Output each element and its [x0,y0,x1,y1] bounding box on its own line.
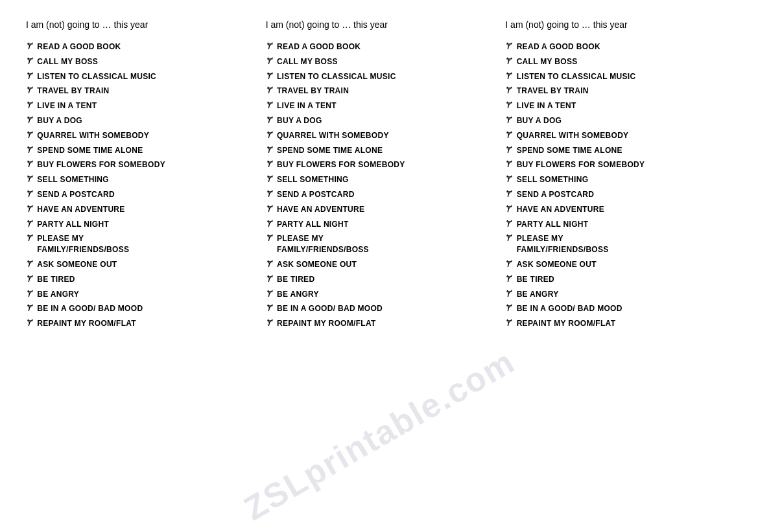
list-item: ɎPLEASE MYFAMILY/FRIENDS/BOSS [505,233,732,255]
bullet-icon: Ɏ [26,203,32,214]
list-item: ɎCALL MY BOSS [505,56,732,67]
list-item-text: BUY A DOG [37,115,82,126]
list-item-text: SEND A POSTCARD [37,189,115,200]
list-item: ɎBUY A DOG [26,115,253,126]
list-item: ɎHAVE AN ADVENTURE [26,204,253,215]
list-item: ɎQUARREL WITH SOMEBODY [505,130,732,141]
list-item-text: HAVE AN ADVENTURE [277,204,364,215]
list-item-text: READ A GOOD BOOK [277,41,361,52]
list-item-text: SELL SOMETHING [517,174,589,185]
bullet-icon: Ɏ [26,115,32,125]
list-item: ɎLISTEN TO CLASSICAL MUSIC [505,71,732,82]
bullet-icon: Ɏ [266,273,272,284]
list-item-text: TRAVEL BY TRAIN [277,86,349,97]
list-item-text: BUY FLOWERS FOR SOMEBODY [37,159,165,170]
list-item: ɎSEND A POSTCARD [266,189,493,200]
list-item-text: CALL MY BOSS [277,56,338,67]
bullet-icon: Ɏ [505,159,511,169]
bullet-icon: Ɏ [505,218,511,229]
list-item: ɎBUY A DOG [266,115,493,126]
list-item-text: READ A GOOD BOOK [37,41,121,52]
list-item-text: HAVE AN ADVENTURE [37,204,124,215]
column-1-title: I am (not) going to … this year [26,19,253,30]
list-item-text: BUY FLOWERS FOR SOMEBODY [517,159,645,170]
bullet-icon: Ɏ [266,56,272,66]
list-item-text: CALL MY BOSS [37,56,98,67]
bullet-icon: Ɏ [505,318,511,328]
page: I am (not) going to … this yearɎREAD A G… [0,0,758,532]
list-item: ɎBE ANGRY [266,289,493,300]
list-item-text: REPAINT MY ROOM/FLAT [37,318,136,329]
column-1: I am (not) going to … this yearɎREAD A G… [19,19,259,333]
list-item-text: BUY A DOG [277,115,322,126]
bullet-icon: Ɏ [505,203,511,214]
bullet-icon: Ɏ [266,71,272,81]
list-item: ɎBUY FLOWERS FOR SOMEBODY [505,159,732,170]
list-item: ɎQUARREL WITH SOMEBODY [266,130,493,141]
column-2-list: ɎREAD A GOOD BOOKɎCALL MY BOSSɎLISTEN TO… [266,41,493,329]
list-item-text: ASK SOMEONE OUT [37,259,117,270]
bullet-icon: Ɏ [266,189,272,199]
list-item-text: QUARREL WITH SOMEBODY [37,130,149,141]
list-item-text: SEND A POSTCARD [517,189,595,200]
list-item-text: SEND A POSTCARD [277,189,355,200]
list-item: ɎTRAVEL BY TRAIN [26,86,253,97]
list-item-text: TRAVEL BY TRAIN [517,86,589,97]
bullet-icon: Ɏ [505,259,511,269]
bullet-icon: Ɏ [505,303,511,313]
list-item: ɎQUARREL WITH SOMEBODY [26,130,253,141]
bullet-icon: Ɏ [26,259,32,269]
list-item-text: SELL SOMETHING [277,174,349,185]
list-item-text: PARTY ALL NIGHT [517,219,589,230]
list-item-text: PLEASE MYFAMILY/FRIENDS/BOSS [277,233,369,255]
bullet-icon: Ɏ [26,174,32,184]
column-3-list: ɎREAD A GOOD BOOKɎCALL MY BOSSɎLISTEN TO… [505,41,732,329]
list-item: ɎSPEND SOME TIME ALONE [266,145,493,156]
list-item: ɎBUY A DOG [505,115,732,126]
list-item: ɎSEND A POSTCARD [26,189,253,200]
bullet-icon: Ɏ [505,71,511,81]
list-item-text: HAVE AN ADVENTURE [517,204,604,215]
list-item: ɎPLEASE MYFAMILY/FRIENDS/BOSS [26,233,253,255]
list-item: ɎPARTY ALL NIGHT [505,219,732,230]
column-3: I am (not) going to … this yearɎREAD A G… [499,19,739,333]
bullet-icon: Ɏ [505,56,511,66]
bullet-icon: Ɏ [505,130,511,140]
list-item-text: LISTEN TO CLASSICAL MUSIC [277,71,396,82]
bullet-icon: Ɏ [266,85,272,95]
list-item-text: SPEND SOME TIME ALONE [277,145,383,156]
list-item: ɎTRAVEL BY TRAIN [505,86,732,97]
bullet-icon: Ɏ [505,41,511,51]
list-item: ɎREPAINT MY ROOM/FLAT [26,318,253,329]
bullet-icon: Ɏ [266,41,272,51]
list-item-text: BE TIRED [277,274,314,285]
bullet-icon: Ɏ [266,318,272,328]
list-item-text: QUARREL WITH SOMEBODY [277,130,389,141]
bullet-icon: Ɏ [26,85,32,95]
bullet-icon: Ɏ [26,100,32,110]
column-1-list: ɎREAD A GOOD BOOKɎCALL MY BOSSɎLISTEN TO… [26,41,253,329]
bullet-icon: Ɏ [266,259,272,269]
list-item-text: REPAINT MY ROOM/FLAT [277,318,376,329]
list-item-text: PLEASE MYFAMILY/FRIENDS/BOSS [37,233,129,255]
bullet-icon: Ɏ [266,203,272,214]
bullet-icon: Ɏ [266,159,272,169]
list-item-text: BUY FLOWERS FOR SOMEBODY [277,159,405,170]
list-item: ɎSELL SOMETHING [505,174,732,185]
list-item-text: PLEASE MYFAMILY/FRIENDS/BOSS [517,233,609,255]
list-item: ɎSPEND SOME TIME ALONE [26,145,253,156]
list-item: ɎPARTY ALL NIGHT [26,219,253,230]
list-item-text: BE ANGRY [37,289,79,300]
bullet-icon: Ɏ [266,130,272,140]
bullet-icon: Ɏ [26,303,32,313]
bullet-icon: Ɏ [505,174,511,184]
list-item: ɎLIVE IN A TENT [26,100,253,111]
list-item: ɎBE TIRED [266,274,493,285]
column-2: I am (not) going to … this yearɎREAD A G… [259,19,499,333]
bullet-icon: Ɏ [26,189,32,199]
list-item-text: REPAINT MY ROOM/FLAT [517,318,616,329]
bullet-icon: Ɏ [266,218,272,229]
list-item-text: BE IN A GOOD/ BAD MOOD [277,303,383,314]
columns-container: I am (not) going to … this yearɎREAD A G… [19,19,739,333]
bullet-icon: Ɏ [26,145,32,155]
